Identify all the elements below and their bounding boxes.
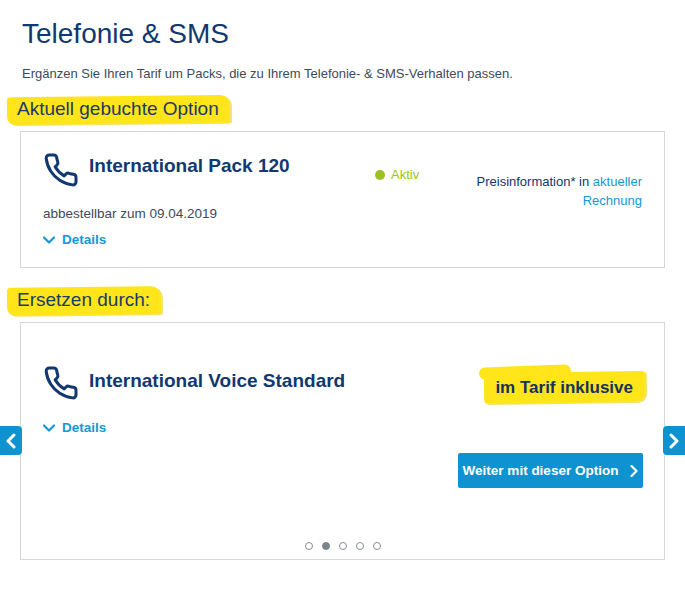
telefonie-sms-page: Telefonie & SMS Ergänzen Sie Ihren Tarif… <box>0 0 685 595</box>
section-heading-replace: Ersetzen durch: <box>10 287 157 314</box>
highlight-current-option: Aktuell gebuchte Option <box>10 96 226 123</box>
details-toggle-current[interactable]: Details <box>43 232 106 247</box>
chevron-down-icon <box>43 236 55 244</box>
price-info: Preisinformation* in aktueller Rechnung <box>447 173 642 211</box>
continue-option-button[interactable]: Weiter mit dieser Option <box>458 453 643 488</box>
price-info-prefix: Preisinformation* in <box>477 174 590 189</box>
chevron-right-icon <box>630 465 638 477</box>
price-info-link[interactable]: aktueller Rechnung <box>583 174 642 208</box>
replacement-option-card: International Voice Standard im Tarif in… <box>20 322 665 560</box>
highlight-replace: Ersetzen durch: <box>10 287 157 314</box>
carousel-dot[interactable] <box>322 542 330 550</box>
details-label: Details <box>62 232 106 247</box>
chevron-down-icon <box>43 424 55 432</box>
chevron-left-icon <box>6 433 16 449</box>
carousel-dot[interactable] <box>373 542 381 550</box>
cancel-note: abbestellbar zum 09.04.2019 <box>43 206 217 221</box>
phone-icon <box>43 365 81 407</box>
current-option-name: International Pack 120 <box>89 155 290 177</box>
section-heading-current: Aktuell gebuchte Option: <box>10 96 231 123</box>
carousel-dots <box>21 542 664 550</box>
page-subtitle: Ergänzen Sie Ihren Tarif um Packs, die z… <box>22 66 513 81</box>
continue-option-label: Weiter mit dieser Option <box>463 463 619 478</box>
status-dot-icon <box>375 170 385 180</box>
highlight-included: im Tarif inklusive <box>487 375 641 402</box>
replacement-option-name: International Voice Standard <box>89 370 345 392</box>
page-title: Telefonie & SMS <box>22 18 229 50</box>
carousel-next-button[interactable] <box>663 426 685 455</box>
carousel-dot[interactable] <box>339 542 347 550</box>
phone-icon <box>43 152 81 194</box>
carousel-dot[interactable] <box>356 542 364 550</box>
status-badge: Aktiv <box>375 167 419 182</box>
status-label: Aktiv <box>391 167 419 182</box>
carousel-prev-button[interactable] <box>0 426 22 455</box>
details-toggle-replacement[interactable]: Details <box>43 420 106 435</box>
details-label: Details <box>62 420 106 435</box>
carousel-dot[interactable] <box>305 542 313 550</box>
current-option-card: International Pack 120 Aktiv Preisinform… <box>20 131 665 268</box>
chevron-right-icon <box>669 433 679 449</box>
included-in-tariff: im Tarif inklusive <box>487 375 641 402</box>
